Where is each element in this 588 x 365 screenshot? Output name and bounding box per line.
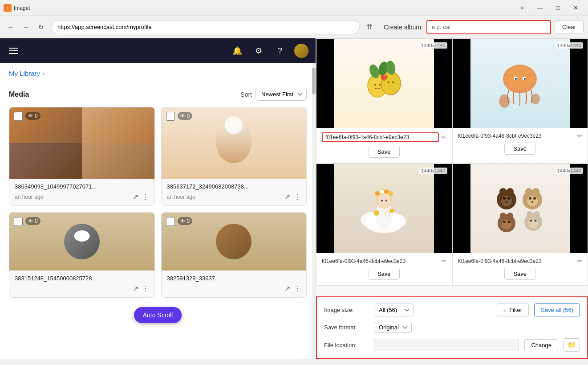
sort-select[interactable]: Newest First Oldest First [255,88,307,101]
svg-point-25 [384,189,389,194]
result-card-body: f01ee6fa-0f93-4a46-8cbf-e9ec3e23 ✏ Save [316,253,452,285]
url-input[interactable] [51,20,360,34]
bookmark-icon[interactable]: ⇈ [363,21,376,33]
more-options-button[interactable]: ⋮ [294,193,301,201]
result-name: f01ee6fa-0f93-4a46-8cbf-e9ec3e23 [322,258,439,264]
view-count-badge: 👁 0 [25,217,41,225]
result-card-body: f01ee6fa-0f93-4a46-8cbf-e9ec3e23 ✏ Save [453,253,588,285]
result-card-image: 1440x1440 [316,164,452,253]
svg-point-23 [375,191,380,196]
save-all-button[interactable]: Save all (56) [534,303,580,316]
scrollbar-track [312,63,316,359]
card-checkbox[interactable] [14,112,23,121]
forward-button[interactable]: → [20,21,32,33]
more-options-button[interactable]: ⋮ [142,284,149,293]
menu-button[interactable]: ≡ [513,1,531,15]
save-button[interactable]: Save [369,268,400,280]
save-button[interactable]: Save [369,146,400,158]
share-button[interactable]: ↗ [133,284,138,293]
sort-label: Sort [240,91,252,98]
lemon-art [362,59,406,108]
black-border-right [434,39,452,128]
hamburger-menu-button[interactable] [7,46,20,56]
app-icon: I Imaget [4,4,30,12]
breadcrumb-arrow: › [43,70,45,77]
save-button[interactable]: Save [504,268,535,280]
media-header: Media Sort Newest First Oldest First [9,88,307,101]
folder-button[interactable]: 📁 [564,338,580,352]
change-button[interactable]: Change [524,339,558,351]
black-border-right [570,39,588,128]
result-grid: 1440x1440 ✏ Save [316,38,588,286]
breadcrumb: My Library › [0,63,316,83]
edit-icon[interactable]: ✏ [577,258,582,264]
media-section: Media Sort Newest First Oldest First [0,83,316,302]
media-card-actions: ↗ ⋮ [284,284,301,293]
image-size-label: Image size: [324,307,369,313]
refresh-button[interactable]: ↻ [35,21,47,33]
media-card-thumbnail: 👁 0 [162,213,307,271]
result-card-image: 1440x1440 [453,39,588,128]
result-card: 1440x1440 ✏ Save [316,38,452,164]
svg-point-27 [381,200,383,201]
edit-icon[interactable]: ✏ [442,258,446,264]
share-button[interactable]: ↗ [133,193,138,201]
view-count: 0 [187,218,190,224]
avatar[interactable] [294,44,308,58]
settings-button[interactable]: ⚙ [251,44,266,58]
filter-button[interactable]: ≡ Filter [497,303,529,316]
svg-point-13 [515,78,517,80]
help-button[interactable]: ? [273,44,287,58]
breadcrumb-link[interactable]: My Library [9,70,40,77]
media-card-name: 382591329_33637 [167,275,301,282]
create-album-input[interactable] [426,20,551,34]
more-options-button[interactable]: ⋮ [142,193,149,201]
black-border-right [570,164,588,253]
maximize-button[interactable]: □ [549,1,567,15]
auto-scroll-button[interactable]: Auto Scroll [134,307,182,323]
back-button[interactable]: ← [4,21,17,33]
filter-icon: ≡ [503,307,507,313]
share-button[interactable]: ↗ [284,284,290,293]
bottom-settings-panel: Image size: All (56) Small Medium Large … [316,296,588,359]
card-checkbox[interactable] [14,217,23,226]
result-name-input[interactable] [322,132,439,142]
save-button[interactable]: Save [504,143,535,155]
app-title: Imaget [14,5,30,11]
media-card-thumbnail: 👁 0 [9,213,154,271]
media-card-info: 385637172_32490682008738... an hour ago … [162,179,307,205]
svg-point-22 [378,193,390,208]
format-select[interactable]: Original JPG PNG WEBP [374,322,412,333]
card-checkbox[interactable] [166,217,175,226]
dimension-badge: 1440x1440 [556,168,583,174]
share-button[interactable]: ↗ [284,193,290,201]
notifications-button[interactable]: 🔔 [230,44,244,58]
results-scroll-area[interactable]: 1440x1440 ✏ Save [316,38,588,296]
media-card: 👁 0 386349093_10499977027071... an hour … [9,107,155,206]
minimize-button[interactable]: — [531,1,549,15]
view-count-badge: 👁 0 [178,112,193,120]
close-button[interactable]: ✕ [567,1,584,15]
result-card-image: 1440x1440 [316,39,452,128]
image-size-select[interactable]: All (56) Small Medium Large [374,303,414,316]
save-format-label: Save format: [324,324,369,331]
svg-point-43 [529,197,531,200]
result-card: 1440x1440 f01ee6fa-0f93-4a46-8cbf-e9ec3e… [452,38,588,164]
svg-point-1 [381,72,401,95]
scrollbar-thumb[interactable] [312,68,316,94]
svg-point-33 [499,188,507,195]
view-count-badge: 👁 0 [178,217,193,225]
edit-icon[interactable]: ✏ [442,134,446,141]
media-card-info: 382591329_33637 ↗ ⋮ [162,271,307,297]
svg-point-8 [392,82,394,83]
card-checkbox[interactable] [166,112,175,121]
result-card: 1440x1440 f01ee6fa-0f93-4a46-8cbf-e9ec3e… [452,164,588,286]
media-card-thumbnail: 👁 0 [162,107,307,179]
media-card-footer: an hour ago ↗ ⋮ [15,193,149,201]
eye-icon: 👁 [28,113,33,119]
clear-button[interactable]: Clear [555,21,584,33]
more-options-button[interactable]: ⋮ [294,284,301,293]
create-album-area: Create album: Clear [384,20,584,34]
file-location-input[interactable] [374,339,519,351]
edit-icon[interactable]: ✏ [577,132,582,139]
